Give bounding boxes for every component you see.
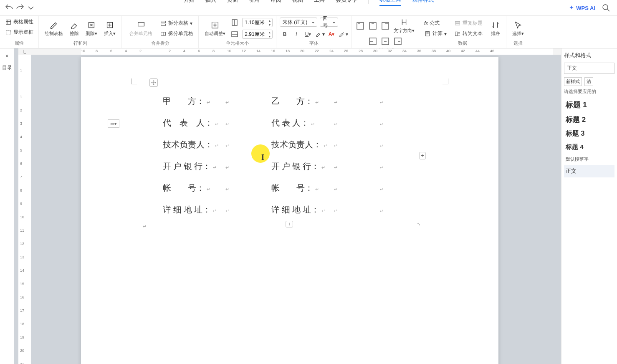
svg-point-0 (603, 5, 608, 10)
ribbon-group-rowcol: 绘制表格 擦除 删除▾ 插入▾ 行和列 (39, 16, 122, 48)
eraser-button[interactable]: 擦除 (67, 20, 81, 38)
align-tr-button[interactable] (380, 21, 390, 31)
svg-rect-2 (6, 30, 11, 35)
undo-button[interactable] (4, 3, 14, 13)
repeat-header-button[interactable]: 重复标题 (453, 19, 484, 28)
row-height-input[interactable]: ▲▼ (242, 18, 273, 27)
svg-rect-19 (455, 21, 460, 23)
ribbon-group-select: 选择▾ 选择 (506, 16, 530, 48)
ribbon-group-font: 宋体 (正文) 四号 B I U▾ ▾ A▾ ▾ 字体 (276, 16, 352, 48)
tab-page[interactable]: 页面 (227, 0, 238, 5)
svg-rect-5 (138, 22, 144, 26)
align-ml-button[interactable] (368, 36, 378, 46)
tab-member[interactable]: 会员专享 (336, 0, 357, 5)
ribbon-group-attributes: 表格属性 显示虚框 属性 (0, 16, 39, 48)
autofit-dropdown[interactable]: 自动调整▾ (202, 20, 228, 38)
ribbon-group-label: 数据 (422, 39, 503, 48)
col-width-icon (230, 29, 240, 39)
ribbon-group-label: 单元格大小 (202, 39, 273, 48)
ribbon: 表格属性 显示虚框 属性 绘制表格 擦除 删除▾ 插入▾ 行和列 合并单元格 拆… (0, 16, 617, 48)
tab-review[interactable]: 审阅 (271, 0, 281, 5)
font-color-button[interactable]: A▾ (326, 29, 336, 39)
search-button[interactable] (601, 3, 611, 13)
tab-start[interactable]: 开始 (184, 0, 195, 5)
split-cells-button[interactable]: 拆分单元格 (158, 29, 195, 38)
sort-button[interactable]: 排序 (488, 20, 503, 38)
delete-dropdown[interactable]: 删除▾ (83, 20, 100, 38)
svg-rect-21 (455, 32, 458, 35)
tab-reference[interactable]: 引用 (249, 0, 260, 5)
tab-table-tools[interactable]: 表格工具 (379, 0, 401, 6)
wps-ai-button[interactable]: WPS AI (569, 5, 595, 11)
highlight-color-button[interactable]: ▾ (315, 29, 325, 39)
text-direction-dropdown[interactable]: 文字方向▾ (393, 18, 415, 34)
ribbon-group-label: 选择 (510, 39, 526, 48)
svg-rect-6 (161, 21, 166, 23)
col-width-input[interactable]: ▲▼ (242, 30, 273, 39)
align-mr-button[interactable] (393, 36, 403, 46)
underline-button[interactable]: U▾ (303, 29, 313, 39)
ribbon-group-label: 字体 (280, 39, 348, 48)
svg-rect-7 (161, 24, 166, 25)
ribbon-group-label: 合并拆分 (125, 39, 195, 48)
italic-button[interactable]: I (291, 29, 301, 39)
insert-dropdown[interactable]: 插入▾ (101, 20, 118, 38)
tab-view[interactable]: 视图 (292, 0, 303, 5)
show-gridlines-button[interactable]: 显示虚框 (3, 28, 35, 37)
ribbon-group-label: 行和列 (42, 39, 118, 48)
quick-more-dropdown[interactable] (26, 3, 36, 13)
tab-table-style[interactable]: 表格样式 (412, 0, 434, 5)
font-size-select[interactable]: 四号 (320, 18, 338, 27)
svg-rect-20 (455, 23, 460, 25)
ribbon-group-data: fx 公式 计算▾ 重复标题 转为文本 排序 数据 (419, 16, 506, 48)
ribbon-group-align: 文字方向▾ 对齐方式 (352, 16, 419, 48)
ribbon-group-cellsize: 自动调整▾ ▲▼ ▲▼ 单元格大小 (199, 16, 276, 48)
formula-button[interactable]: fx 公式 (422, 19, 448, 28)
merge-cells-button[interactable]: 合并单元格 (125, 19, 157, 38)
clear-format-button[interactable]: ▾ (338, 29, 348, 39)
tab-insert[interactable]: 插入 (205, 0, 216, 5)
font-name-select[interactable]: 宋体 (正文) (280, 18, 317, 27)
menu-divider (368, 0, 369, 4)
row-height-icon (230, 18, 240, 28)
ribbon-group-label: 属性 (3, 39, 35, 48)
select-dropdown[interactable]: 选择▾ (510, 20, 526, 38)
calc-dropdown[interactable]: 计算▾ (422, 29, 448, 38)
align-tc-button[interactable] (368, 21, 378, 31)
split-table-dropdown[interactable]: 拆分表格▾ (158, 19, 195, 28)
redo-button[interactable] (15, 3, 25, 13)
to-text-button[interactable]: 转为文本 (453, 29, 484, 38)
ai-icon (569, 5, 574, 11)
align-mc-button[interactable] (380, 36, 390, 46)
align-tl-button[interactable] (355, 21, 365, 31)
table-properties-button[interactable]: 表格属性 (3, 18, 35, 26)
bold-button[interactable]: B (280, 29, 290, 39)
tab-tools[interactable]: 工具 (314, 0, 325, 5)
draw-table-button[interactable]: 绘制表格 (42, 20, 66, 38)
svg-rect-1 (6, 20, 11, 24)
ribbon-group-merge: 合并单元格 拆分表格▾ 拆分单元格 合并拆分 (122, 16, 199, 48)
